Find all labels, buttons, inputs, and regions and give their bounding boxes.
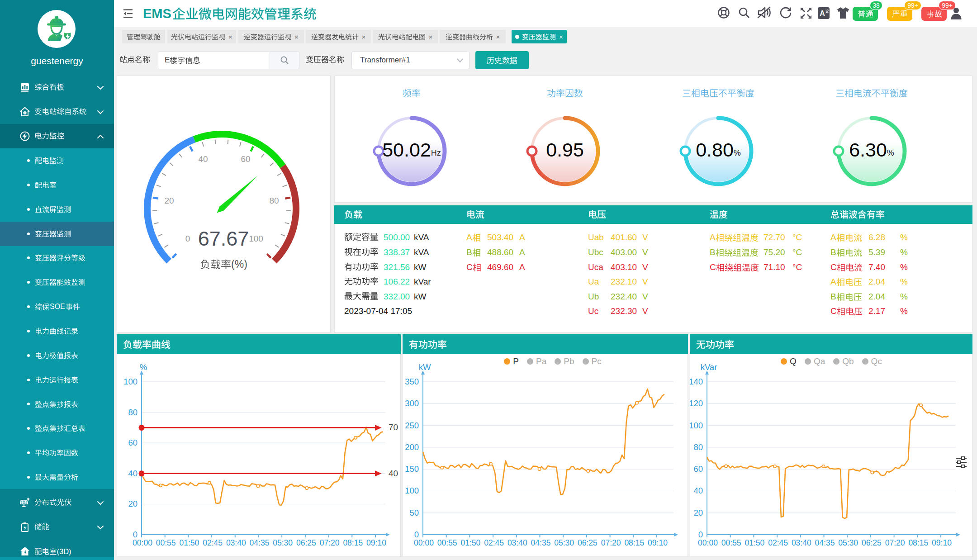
svg-text:40: 40 (198, 154, 208, 164)
svg-text:08:15: 08:15 (343, 538, 363, 547)
svg-text:05:30: 05:30 (554, 538, 574, 547)
svg-text:120: 120 (690, 399, 703, 408)
svg-text:200: 200 (405, 442, 419, 452)
svg-text:00:00: 00:00 (414, 538, 434, 547)
svg-text:09:10: 09:10 (932, 538, 952, 547)
svg-text:20: 20 (693, 508, 703, 517)
svg-text:0: 0 (133, 530, 138, 539)
svg-text:40: 40 (693, 486, 703, 495)
svg-text:01:50: 01:50 (745, 538, 765, 547)
svg-text:06:25: 06:25 (862, 538, 882, 547)
svg-text:06:25: 06:25 (296, 538, 316, 547)
svg-text:50: 50 (409, 508, 419, 517)
svg-text:0: 0 (698, 530, 703, 539)
svg-text:40: 40 (389, 469, 398, 478)
svg-text:06:25: 06:25 (578, 538, 598, 547)
svg-text:07:20: 07:20 (885, 538, 905, 547)
svg-text:%: % (140, 362, 147, 372)
svg-text:05:30: 05:30 (838, 538, 858, 547)
svg-text:00:55: 00:55 (437, 538, 457, 547)
svg-text:kW: kW (419, 362, 431, 372)
svg-text:04:35: 04:35 (250, 538, 270, 547)
svg-text:60: 60 (128, 438, 138, 447)
svg-text:01:50: 01:50 (180, 538, 199, 547)
svg-text:350: 350 (405, 377, 419, 386)
svg-text:80: 80 (693, 442, 703, 452)
svg-text:00:00: 00:00 (698, 538, 718, 547)
svg-text:70: 70 (389, 422, 398, 432)
svg-text:02:45: 02:45 (484, 538, 504, 547)
svg-text:250: 250 (405, 421, 419, 430)
svg-text:02:45: 02:45 (768, 538, 788, 547)
svg-text:300: 300 (405, 399, 419, 408)
svg-text:01:50: 01:50 (461, 538, 481, 547)
svg-text:02:45: 02:45 (203, 538, 223, 547)
svg-text:60: 60 (241, 154, 250, 164)
svg-text:03:40: 03:40 (507, 538, 527, 547)
svg-text:140: 140 (690, 377, 703, 386)
svg-text:100: 100 (123, 377, 138, 386)
svg-text:0: 0 (414, 530, 419, 539)
svg-text:08:15: 08:15 (624, 538, 644, 547)
svg-text:20: 20 (128, 499, 138, 508)
svg-text:04:35: 04:35 (531, 538, 551, 547)
svg-text:00:55: 00:55 (721, 538, 741, 547)
svg-text:07:20: 07:20 (601, 538, 621, 547)
svg-text:03:40: 03:40 (226, 538, 246, 547)
svg-text:100: 100 (690, 421, 703, 430)
svg-text:03:40: 03:40 (792, 538, 811, 547)
svg-text:09:10: 09:10 (648, 538, 668, 547)
svg-text:04:35: 04:35 (815, 538, 835, 547)
svg-text:150: 150 (405, 464, 419, 474)
svg-text:07:20: 07:20 (320, 538, 340, 547)
svg-text:05:30: 05:30 (273, 538, 293, 547)
svg-text:40: 40 (128, 469, 138, 478)
svg-text:08:15: 08:15 (908, 538, 928, 547)
svg-text:kVar: kVar (701, 362, 717, 372)
svg-text:A: A (820, 9, 825, 17)
svg-text:100: 100 (405, 486, 419, 495)
svg-text:00:00: 00:00 (133, 538, 152, 547)
svg-text:00:55: 00:55 (156, 538, 176, 547)
svg-text:80: 80 (128, 408, 138, 417)
svg-text:09:10: 09:10 (366, 538, 386, 547)
svg-text:60: 60 (693, 464, 703, 474)
